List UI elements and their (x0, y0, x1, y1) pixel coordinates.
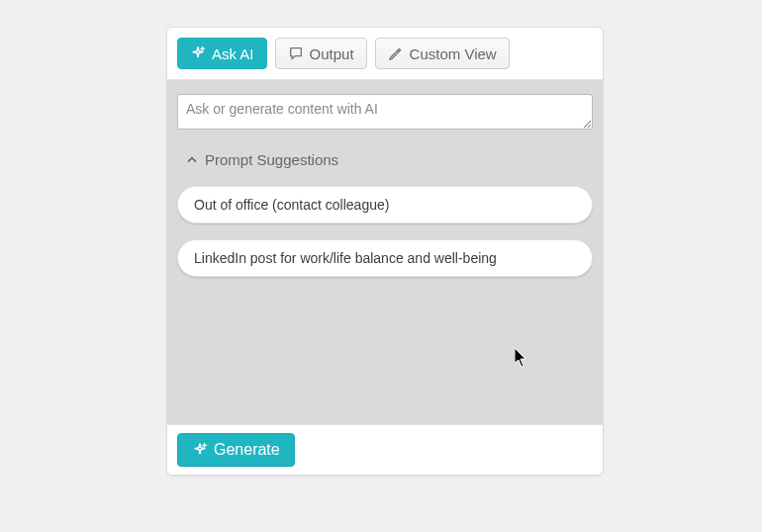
suggestion-text: Out of office (contact colleague) (194, 197, 389, 213)
sparkle-icon (192, 442, 208, 458)
tabs-row: Ask AI Output Custom View (167, 28, 603, 80)
tab-custom-view[interactable]: Custom View (375, 38, 510, 69)
generate-button-label: Generate (214, 441, 280, 459)
tab-output-label: Output (310, 45, 354, 62)
tab-ask-ai-label: Ask AI (212, 45, 254, 62)
suggestion-item[interactable]: Out of office (contact colleague) (177, 186, 593, 223)
chat-icon (288, 45, 304, 61)
tab-ask-ai[interactable]: Ask AI (177, 38, 267, 69)
tab-custom-view-label: Custom View (410, 45, 497, 62)
chevron-up-icon (185, 153, 199, 167)
suggestion-item[interactable]: LinkedIn post for work/life balance and … (177, 239, 593, 277)
content-area: Prompt Suggestions Out of office (contac… (167, 80, 603, 424)
suggestion-text: LinkedIn post for work/life balance and … (194, 250, 497, 266)
sparkle-icon (190, 45, 206, 61)
prompt-suggestions-label: Prompt Suggestions (205, 151, 338, 168)
prompt-input[interactable] (177, 94, 593, 130)
ai-panel: Ask AI Output Custom View (166, 27, 604, 476)
pencil-icon (388, 45, 404, 61)
tab-output[interactable]: Output (275, 38, 367, 69)
generate-button[interactable]: Generate (177, 433, 295, 467)
footer-bar: Generate (167, 424, 603, 475)
suggestion-list: Out of office (contact colleague) Linked… (177, 186, 593, 277)
prompt-suggestions-toggle[interactable]: Prompt Suggestions (185, 151, 593, 168)
